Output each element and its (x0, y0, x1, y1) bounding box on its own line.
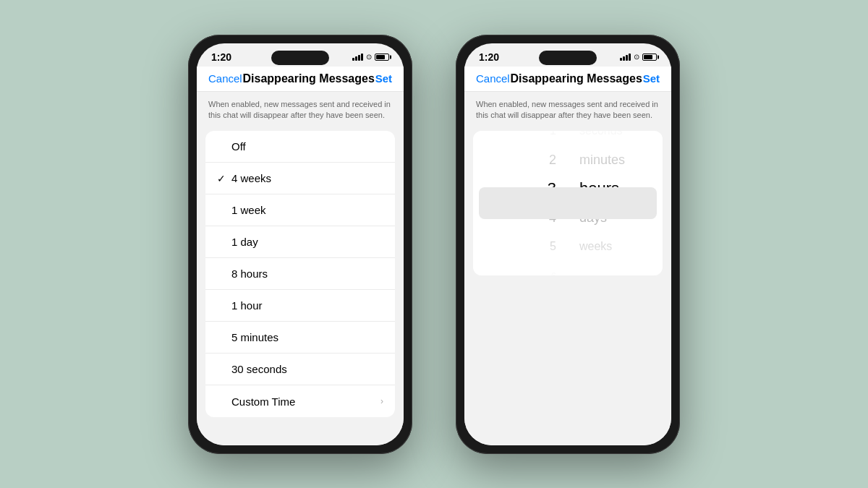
cancel-button-1[interactable]: Cancel (208, 72, 242, 85)
option-custom-time[interactable]: Custom Time › (205, 385, 395, 417)
options-list-1: Off ✓ 4 weeks 1 week 1 day (205, 131, 395, 417)
phone-2: 1:20 ⊙ Cancel Disappearing Messages Set … (456, 35, 680, 454)
description-1: When enabled, new messages sent and rece… (197, 92, 404, 129)
dynamic-island-1 (271, 51, 329, 65)
option-1hour[interactable]: 1 hour (205, 290, 395, 322)
picker-unit-item: seconds (576, 131, 663, 145)
option-30seconds[interactable]: 30 seconds (205, 354, 395, 385)
description-2: When enabled, new messages sent and rece… (464, 92, 671, 129)
label-1hour: 1 hour (231, 299, 383, 312)
label-4weeks: 4 weeks (231, 172, 383, 184)
set-button-2[interactable]: Set (643, 72, 660, 85)
picker-unit-item (576, 261, 663, 275)
screen-content-1: Cancel Disappearing Messages Set When en… (197, 67, 404, 445)
option-5minutes[interactable]: 5 minutes (205, 322, 395, 354)
label-custom: Custom Time (231, 395, 380, 408)
wifi-icon-2: ⊙ (634, 53, 639, 61)
nav-title-2: Disappearing Messages (511, 72, 642, 85)
status-time-2: 1:20 (479, 51, 499, 63)
nav-title-1: Disappearing Messages (243, 72, 375, 85)
picker-unit-item: minutes (576, 145, 663, 174)
label-8hours: 8 hours (231, 267, 383, 280)
phone-1-screen: 1:20 ⊙ Cancel Disappearing Messages Set … (197, 43, 404, 445)
option-4weeks[interactable]: ✓ 4 weeks (205, 163, 395, 194)
signal-icon-1 (352, 53, 363, 61)
cancel-button-2[interactable]: Cancel (476, 72, 510, 85)
option-1week[interactable]: 1 week (205, 194, 395, 226)
phone-2-screen: 1:20 ⊙ Cancel Disappearing Messages Set … (464, 43, 671, 445)
nav-bar-2: Cancel Disappearing Messages Set (464, 67, 671, 92)
nav-bar-1: Cancel Disappearing Messages Set (197, 67, 404, 92)
screen-content-2: Cancel Disappearing Messages Set When en… (464, 67, 671, 445)
dynamic-island-2 (539, 51, 597, 65)
picker-unit-item: weeks (576, 232, 663, 261)
wifi-icon-1: ⊙ (366, 53, 372, 61)
label-5minutes: 5 minutes (231, 331, 383, 343)
picker-number-item: 2 (473, 145, 559, 174)
battery-icon-1 (375, 53, 389, 61)
signal-icon-2 (620, 53, 631, 61)
option-8hours[interactable]: 8 hours (205, 258, 395, 290)
status-icons-2: ⊙ (620, 53, 657, 61)
check-4weeks: ✓ (217, 173, 231, 184)
label-30seconds: 30 seconds (231, 363, 383, 375)
picker-number-item: 6 (473, 261, 559, 275)
option-off[interactable]: Off (205, 131, 395, 163)
status-time-1: 1:20 (211, 51, 231, 63)
chevron-custom-icon: › (380, 396, 383, 406)
phone-1: 1:20 ⊙ Cancel Disappearing Messages Set … (188, 35, 412, 454)
label-1week: 1 week (231, 204, 383, 216)
option-1day[interactable]: 1 day (205, 226, 395, 258)
picker-number-item: 1 (473, 131, 559, 145)
picker-container[interactable]: 1 2 3 4 5 6 seconds minutes hours days w… (473, 131, 663, 275)
set-button-1[interactable]: Set (375, 72, 392, 85)
label-1day: 1 day (231, 236, 383, 248)
label-off: Off (231, 140, 383, 153)
picker-highlight (479, 187, 657, 219)
picker-number-item: 5 (473, 232, 559, 261)
battery-icon-2 (642, 53, 657, 61)
status-icons-1: ⊙ (352, 53, 389, 61)
